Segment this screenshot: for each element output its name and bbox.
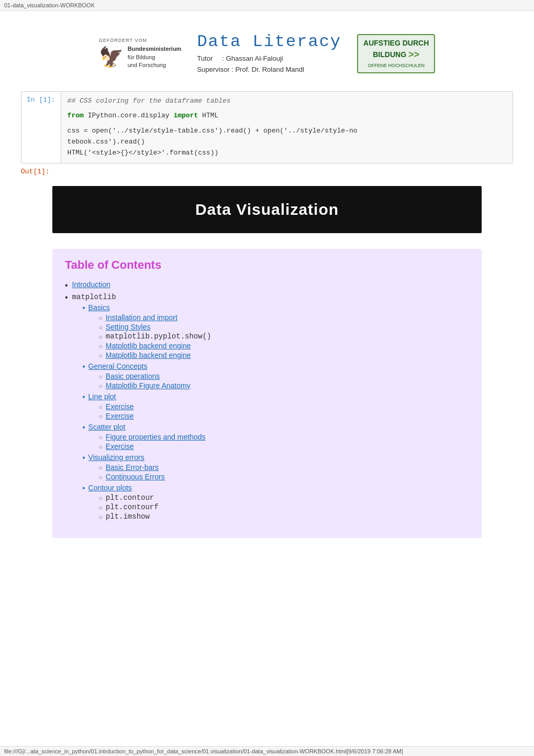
toc-subitem-lineplot: ▪ Line plot ○ Exercise ○ [83, 392, 212, 421]
toc-link-backend1[interactable]: Matplotlib backend engine [106, 342, 191, 350]
bundesministerium-text: Bundesministerium für Bildung und Forsch… [128, 45, 182, 69]
toc-subsubitem-backend1: ○ Matplotlib backend engine [99, 342, 212, 350]
toc-link-anatomy[interactable]: Matplotlib Figure Anatomy [106, 381, 191, 390]
toc-subsubitem-install: ○ Installation and import [99, 313, 212, 322]
toc-subsubitem-exercise2: ○ Exercise [99, 412, 134, 420]
toc-subsub-basics: ○ Installation and import ○ Setting Styl… [99, 313, 212, 359]
toc-subsub-lineplot: ○ Exercise ○ Exercise [99, 402, 134, 420]
toc-errors-block: Visualizing errors ○ Basic Error-bars ○ … [88, 453, 165, 482]
code-cell-1: In [1]: ## CSS coloring for the datafram… [21, 91, 513, 163]
toc-subsubitem-show: ○ matplotlib.pyplot.show() [99, 332, 212, 341]
toc-general-block: General Concepts ○ Basic operations ○ Ma… [88, 362, 191, 391]
cell-row-in: In [1]: ## CSS coloring for the datafram… [21, 92, 513, 163]
code-line3: tebook.css').read() [68, 138, 145, 146]
toc-subsub-errors: ○ Basic Error-bars ○ Continuous Errors [99, 463, 165, 481]
toc-circle-icon: ○ [99, 403, 103, 411]
toc-matplotlib-label: matplotlib [72, 293, 116, 301]
toc-subsub-contour: ○ plt.contour ○ plt.contourf ○ [99, 494, 159, 521]
toc-section: Table of Contents • Introduction • matpl… [52, 249, 482, 538]
header-section: GEFÖRDERT VOM 🦅 Bundesministerium für Bi… [21, 21, 513, 91]
badge-arrows-icon: >> [408, 48, 419, 61]
toc-subsubitem-styles: ○ Setting Styles [99, 323, 212, 331]
toc-link-backend2[interactable]: Matplotlib backend engine [106, 351, 191, 359]
toc-link-styles[interactable]: Setting Styles [106, 323, 151, 331]
toc-code-show: matplotlib.pyplot.show() [106, 332, 212, 341]
toc-item-introduction: • Introduction [65, 280, 469, 290]
toc-subsubitem-exercise3: ○ Exercise [99, 442, 206, 451]
browser-title: 01-data_visualization-WORKBOOK [4, 2, 95, 8]
toc-subitem-contour: ▪ Contour plots ○ plt.contour ○ [83, 484, 212, 522]
toc-circle-icon: ○ [99, 343, 103, 350]
toc-subsubitem-exercise1: ○ Exercise [99, 402, 134, 411]
out-label-row: Out[1]: [21, 168, 513, 176]
code-import-val: HTML [202, 112, 218, 119]
toc-matplotlib-block: matplotlib ▪ Basics ○ Installation and i… [72, 292, 212, 523]
toc-link-basics[interactable]: Basics [88, 303, 110, 312]
badge-line2: BILDUNG [373, 50, 406, 60]
toc-bullet: • [65, 281, 68, 290]
toc-subsub-general: ○ Basic operations ○ Matplotlib Figure A… [99, 372, 191, 390]
toc-code-contourf: plt.contourf [106, 503, 159, 511]
toc-circle-icon: ○ [99, 443, 103, 451]
toc-link-continuous-errors[interactable]: Continuous Errors [106, 473, 165, 481]
toc-contour-block: Contour plots ○ plt.contour ○ plt.contou… [88, 484, 159, 522]
code-module: IPython.core.display [88, 112, 174, 119]
toc-circle-icon: ○ [99, 495, 103, 502]
toc-subsubitem-basic-ops: ○ Basic operations [99, 372, 191, 380]
gefördert-label: GEFÖRDERT VOM [99, 38, 182, 43]
browser-title-bar: 01-data_visualization-WORKBOOK [0, 0, 534, 11]
toc-link-fig-props[interactable]: Figure properties and methods [106, 433, 206, 441]
code-line2: css = open('../style/style-table.css').r… [68, 127, 358, 135]
aufstieg-badge: AUFSTIEG DURCH BILDUNG >> OFFENE HOCHSCH… [357, 34, 435, 73]
toc-subsubitem-fig-props: ○ Figure properties and methods [99, 433, 206, 441]
tutor-info: Tutor : Ghassan Al-Falouji Supervisor : … [197, 53, 341, 75]
toc-circle-icon: ○ [99, 413, 103, 420]
toc-subitem-scatter: ▪ Scatter plot ○ Figure properties and m… [83, 423, 212, 452]
eagle-icon: 🦅 [99, 46, 124, 69]
toc-link-exercise2[interactable]: Exercise [106, 412, 134, 420]
toc-lineplot-block: Line plot ○ Exercise ○ Exercise [88, 392, 134, 421]
toc-link-exercise1[interactable]: Exercise [106, 402, 134, 411]
toc-scatter-block: Scatter plot ○ Figure properties and met… [88, 423, 206, 452]
dv-banner-title: Data Visualization [63, 201, 471, 218]
toc-circle-icon: ○ [99, 513, 103, 521]
toc-subsubitem-imshow: ○ plt.imshow [99, 512, 159, 521]
toc-link-basic-ops[interactable]: Basic operations [106, 372, 160, 380]
data-literacy-title: Data Literacy [197, 32, 341, 51]
toc-code-contour: plt.contour [106, 494, 154, 502]
bundesministerium-logo: GEFÖRDERT VOM 🦅 Bundesministerium für Bi… [99, 38, 182, 69]
toc-subitem-general: ▪ General Concepts ○ Basic operations [83, 362, 212, 391]
toc-subsub-scatter: ○ Figure properties and methods ○ Exerci… [99, 433, 206, 451]
toc-link-exercise3[interactable]: Exercise [106, 442, 134, 451]
toc-circle-icon: ○ [99, 352, 103, 359]
toc-sub-bullet-lineplot: ▪ [83, 392, 85, 401]
toc-subsubitem-anatomy: ○ Matplotlib Figure Anatomy [99, 381, 191, 390]
toc-list: • Introduction • matplotlib ▪ Basics [65, 280, 469, 523]
code-line4: HTML('<style>{}</style>'.format(css)) [68, 149, 219, 157]
toc-bullet-matplotlib: • [65, 293, 68, 302]
dv-banner: Data Visualization [52, 186, 482, 233]
toc-sublist-matplotlib: ▪ Basics ○ Installation and import [83, 303, 212, 522]
toc-link-lineplot[interactable]: Line plot [88, 392, 116, 401]
toc-circle-icon: ○ [99, 474, 103, 481]
badge-line1: AUFSTIEG DURCH [363, 38, 429, 49]
code-content[interactable]: ## CSS coloring for the dataframe tables… [61, 92, 513, 163]
toc-circle-icon: ○ [99, 324, 103, 331]
out-label: Out[1]: [21, 168, 58, 176]
toc-circle-icon: ○ [99, 314, 103, 322]
toc-link-general[interactable]: General Concepts [88, 362, 148, 370]
toc-link-errors[interactable]: Visualizing errors [88, 453, 144, 462]
toc-link-contour[interactable]: Contour plots [88, 484, 132, 492]
toc-subsubitem-contourf: ○ plt.contourf [99, 503, 159, 511]
toc-link-error-bars[interactable]: Basic Error-bars [106, 463, 159, 472]
code-keyword-from: from [68, 112, 84, 119]
toc-link-scatter[interactable]: Scatter plot [88, 423, 126, 431]
toc-link-install[interactable]: Installation and import [106, 313, 177, 322]
logo-block: GEFÖRDERT VOM 🦅 Bundesministerium für Bi… [99, 38, 182, 69]
toc-sub-bullet-contour: ▪ [83, 484, 85, 492]
toc-basics-block: Basics ○ Installation and import ○ Setti… [88, 303, 212, 360]
toc-circle-icon: ○ [99, 504, 103, 511]
toc-link-introduction[interactable]: Introduction [72, 280, 110, 289]
toc-code-imshow: plt.imshow [106, 512, 150, 521]
toc-circle-icon: ○ [99, 382, 103, 390]
